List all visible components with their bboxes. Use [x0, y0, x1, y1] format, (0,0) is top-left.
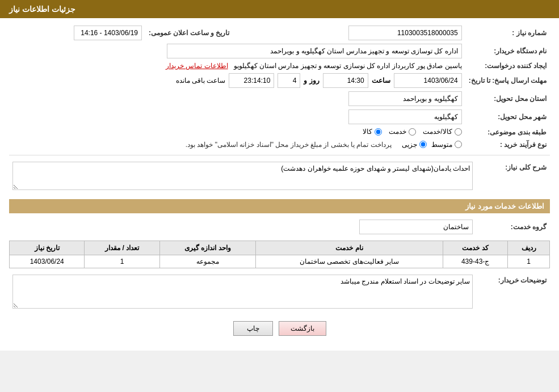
group-row: گروه خدمت: ساختمان	[9, 218, 550, 236]
dastgah-row: نام دستگاه خریدار: اداره کل توسازی توسعه…	[9, 42, 550, 60]
col-code: کد خدمت	[443, 241, 508, 255]
radio-kala-input[interactable]	[375, 128, 382, 136]
divider-1	[9, 155, 550, 155]
tabaqe-value: کالا/خدمت خدمت کالا	[9, 126, 465, 139]
mohlat-label: مهلت ارسال پاسخ: تا تاریخ:	[465, 71, 550, 90]
noe-faraind-row: نوع فرآیند خرید : متوسط جزیی پرداخت تمام…	[9, 139, 550, 150]
noe-description: پرداخت تمام یا بخشی از مبلغ خریداز محل "…	[186, 141, 392, 149]
saat-label: ساعت	[372, 77, 390, 85]
ostan-value: کهگیلویه و بویراحمد	[9, 90, 465, 108]
dastgah-label: نام دستگاه خریدار:	[465, 42, 550, 60]
col-vahed: واحد اندازه گیری	[159, 241, 256, 255]
page-title: جزئیات اطلاعات نیاز	[9, 5, 75, 14]
shahr-value: کهگیلویه	[9, 108, 465, 126]
tosihaat-row: توضیحات خریدار:	[9, 273, 550, 312]
tosihaat-table: توضیحات خریدار:	[9, 273, 550, 312]
tarikh-value: 1403/06/19 - 14:16	[9, 24, 145, 42]
print-button[interactable]: چاپ	[233, 321, 273, 336]
col-tarikh: تاریخ نیاز	[10, 241, 85, 255]
shomare-value: 1103003518000035	[246, 24, 465, 42]
shomare-row: شماره نیاز : 1103003518000035 تاریخ و سا…	[9, 24, 550, 42]
tabaqe-label: طبقه بندی موضوعی:	[465, 126, 550, 139]
creator-row: ایجاد کننده درخواست: یاسین صادق پور کارب…	[9, 60, 550, 71]
ostan-box: کهگیلویه و بویراحمد	[348, 91, 462, 106]
button-bar: بازگشت چاپ	[9, 321, 550, 336]
cell-tarikh: 1403/06/24	[10, 255, 85, 268]
dastgah-box: اداره کل توسازی توسعه و تجهیز مدارس استا…	[167, 44, 462, 58]
tarikh-label: تاریخ و ساعت اعلان عمومی:	[145, 24, 246, 42]
sharh-row: شرح کلی نیاز:	[9, 160, 550, 193]
mohlat-baqi-box: 23:14:10	[229, 73, 274, 88]
shahr-box: کهگیلویه	[348, 109, 462, 124]
services-tbody: 1 ج-43-439 سایر فعالیت‌های تخصصی ساختمان…	[10, 255, 550, 268]
col-tedad: تعداد / مقدار	[85, 241, 159, 255]
radio-kala-khadamat-label: کالا/خدمت	[423, 128, 452, 136]
group-value: ساختمان	[9, 218, 476, 236]
page-header: جزئیات اطلاعات نیاز	[0, 0, 559, 18]
process-row: متوسط جزیی پرداخت تمام یا بخشی از مبلغ خ…	[12, 141, 462, 149]
services-table: ردیف کد خدمت نام خدمت واحد اندازه گیری ت…	[9, 241, 550, 268]
sharh-textarea[interactable]	[12, 162, 473, 190]
radio-jozei[interactable]: جزیی	[402, 141, 427, 149]
shomare-label: شماره نیاز :	[465, 24, 550, 42]
creator-link[interactable]: اطلاعات تماس خریدار	[166, 62, 228, 70]
shahr-row: شهر محل تحویل: کهگیلویه	[9, 108, 550, 126]
creator-label: ایجاد کننده درخواست:	[465, 60, 550, 71]
content-area: شماره نیاز : 1103003518000035 تاریخ و سا…	[0, 18, 559, 351]
services-thead: ردیف کد خدمت نام خدمت واحد اندازه گیری ت…	[10, 241, 550, 255]
tosihaat-textarea[interactable]	[12, 275, 473, 309]
cell-code: ج-43-439	[443, 255, 508, 268]
radio-kala[interactable]: کالا	[363, 128, 382, 136]
radio-jozei-label: جزیی	[402, 141, 417, 149]
ostan-row: استان محل تحویل: کهگیلویه و بویراحمد	[9, 90, 550, 108]
radio-kala-khadamat[interactable]: کالا/خدمت	[423, 128, 461, 136]
cell-vahed: مجموعه	[159, 255, 256, 268]
tosihaat-label: توضیحات خریدار:	[476, 273, 550, 312]
mohlat-value: 1403/06/24 ساعت 14:30 روز و 4 23:14:10 س…	[9, 71, 465, 90]
page-wrapper: جزئیات اطلاعات نیاز شماره نیاز : 1103003…	[0, 0, 559, 351]
radio-kala-label: کالا	[363, 128, 372, 136]
group-box: ساختمان	[359, 220, 473, 234]
services-header-row: ردیف کد خدمت نام خدمت واحد اندازه گیری ت…	[10, 241, 550, 255]
mohlat-row: مهلت ارسال پاسخ: تا تاریخ: 1403/06/24 سا…	[9, 71, 550, 90]
group-label: گروه خدمت:	[476, 218, 550, 236]
baqi-label: ساعت باقی مانده	[176, 77, 226, 85]
creator-value: یاسین صادق پور کاربرداز اداره کل نوسازی …	[9, 60, 465, 71]
radio-motavasset-label: متوسط	[431, 141, 452, 149]
radio-khadamat[interactable]: خدمت	[389, 128, 416, 136]
services-section-title: اطلاعات خدمات مورد نیاز	[9, 199, 550, 213]
mohlat-time-box: 14:30	[323, 73, 368, 88]
sharh-value	[9, 160, 476, 193]
group-table: گروه خدمت: ساختمان	[9, 218, 550, 236]
radio-motavasset[interactable]: متوسط	[431, 141, 462, 149]
shahr-label: شهر محل تحویل:	[465, 108, 550, 126]
tabaqe-row: طبقه بندی موضوعی: کالا/خدمت خدمت	[9, 126, 550, 139]
ostan-label: استان محل تحویل:	[465, 90, 550, 108]
tabaqe-radio-group: کالا/خدمت خدمت کالا	[363, 128, 461, 136]
sharh-label: شرح کلی نیاز:	[476, 160, 550, 193]
dastgah-value: اداره کل توسازی توسعه و تجهیز مدارس استا…	[9, 42, 465, 60]
col-radif: ردیف	[508, 241, 550, 255]
mohlat-flex: 1403/06/24 ساعت 14:30 روز و 4 23:14:10 س…	[12, 73, 462, 88]
radio-khadamat-label: خدمت	[389, 128, 406, 136]
noe-value: متوسط جزیی پرداخت تمام یا بخشی از مبلغ خ…	[9, 139, 465, 150]
tosihaat-value	[9, 273, 476, 312]
main-info-table: شماره نیاز : 1103003518000035 تاریخ و سا…	[9, 24, 550, 150]
mohlat-date-box: 1403/06/24	[394, 73, 462, 88]
cell-radif: 1	[508, 255, 550, 268]
creator-text: یاسین صادق پور کاربرداز اداره کل نوسازی …	[234, 62, 462, 70]
shomare-box: 1103003518000035	[348, 26, 462, 40]
mohlat-rooz-box: 4	[278, 73, 300, 88]
radio-khadamat-input[interactable]	[409, 128, 416, 136]
radio-jozei-input[interactable]	[419, 141, 427, 148]
radio-motavasset-input[interactable]	[455, 141, 462, 148]
table-row: 1 ج-43-439 سایر فعالیت‌های تخصصی ساختمان…	[10, 255, 550, 268]
tarikh-box: 1403/06/19 - 14:16	[74, 26, 142, 40]
radio-kala-khadamat-input[interactable]	[455, 128, 462, 136]
cell-name: سایر فعالیت‌های تخصصی ساختمان	[256, 255, 443, 268]
noe-label: نوع فرآیند خرید :	[465, 139, 550, 150]
cell-tedad: 1	[85, 255, 159, 268]
sharh-table: شرح کلی نیاز:	[9, 160, 550, 193]
back-button[interactable]: بازگشت	[279, 321, 326, 336]
col-name: نام خدمت	[256, 241, 443, 255]
